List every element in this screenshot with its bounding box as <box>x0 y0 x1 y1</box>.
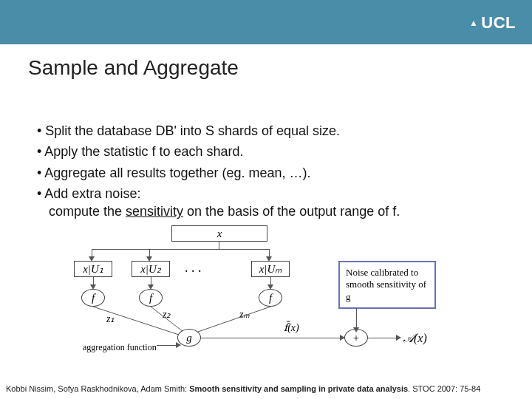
ucl-logo-text: UCL <box>481 13 516 33</box>
box-shard-m: x|Uₘ <box>251 261 290 277</box>
oval-f-m: f <box>259 289 282 307</box>
cite-venue: . STOC 2007: 75-84 <box>408 384 480 393</box>
cite-title: Smooth sensitivity and sampling in priva… <box>189 384 408 393</box>
label-z1: z₁ <box>106 313 115 325</box>
top-banner: ▲ UCL <box>0 0 532 44</box>
bullet-4-cont: compute the sensitivity on the basis of … <box>49 204 400 219</box>
citation: Kobbi Nissim, Sofya Raskhodnikova, Adam … <box>6 384 526 393</box>
shard-dots: · · · <box>185 264 202 279</box>
bullet-3: Aggregate all results together (eg. mean… <box>37 164 495 182</box>
bullet-2: Apply the statistic f to each shard. <box>37 143 495 160</box>
ucl-logo-mark: ▲ <box>469 18 478 28</box>
svg-line-2 <box>198 307 270 332</box>
label-z2: z₂ <box>163 308 171 321</box>
box-x: x <box>171 225 267 242</box>
oval-f-2: f <box>139 289 163 307</box>
bullet-list: Split the database DB' into S shards of … <box>37 122 495 223</box>
cite-authors: Kobbi Nissim, Sofya Raskhodnikova, Adam … <box>6 384 189 393</box>
box-shard-2: x|U₂ <box>132 261 170 277</box>
oval-f-1: f <box>81 289 105 307</box>
label-zm: zₘ <box>239 308 250 321</box>
noise-note: Noise calibrated to smooth sensitivity o… <box>338 261 436 309</box>
ucl-logo: ▲ UCL <box>469 13 516 33</box>
slide-title: Sample and Aggregate <box>28 56 239 80</box>
diagram: x x|U₁ x|U₂ · · · x|Uₘ f f f z₁ z₂ zₘ g … <box>68 225 467 351</box>
label-fbar: f̄(x) <box>284 321 299 334</box>
label-A: 𝒜(x) <box>403 332 427 345</box>
label-aggregation: aggregation function <box>83 342 157 353</box>
bullet-1: Split the database DB' into S shards of … <box>37 122 495 140</box>
bullet-4-text: Add extra noise: <box>44 186 140 201</box>
bullet-4: Add extra noise: compute the sensitivity… <box>37 185 495 221</box>
box-shard-1: x|U₁ <box>74 261 112 277</box>
